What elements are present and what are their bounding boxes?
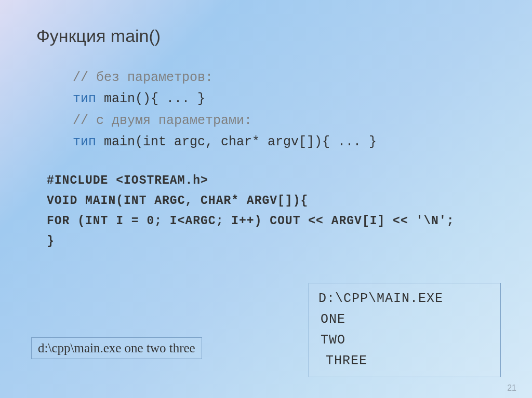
output-line-3: TWO bbox=[318, 330, 491, 351]
include-line-b: h bbox=[193, 174, 201, 187]
syntax-block: // без параметров: тип main(){ ... } // … bbox=[73, 67, 496, 153]
slide: Функция main() // без параметров: тип ma… bbox=[0, 0, 532, 398]
for-loop-line: FOR (INT I = 0; I<ARGC; I++) COUT << ARG… bbox=[47, 211, 496, 231]
closing-brace: } bbox=[47, 231, 496, 252]
output-line-1: D:\CPP\MAIN.EXE bbox=[318, 289, 491, 309]
example-code: #INCLUDE <IOSTREAM.h> VOID MAIN(INT ARGC… bbox=[47, 171, 496, 252]
keyword-type-2: тип bbox=[73, 134, 96, 149]
main-decl-line: VOID MAIN(INT ARGC, CHAR* ARGV[]){ bbox=[47, 191, 496, 211]
page-title: Функция main() bbox=[36, 26, 496, 46]
output-line-2: ONE bbox=[318, 309, 491, 330]
page-number: 21 bbox=[507, 383, 516, 393]
comment-noparams: // без параметров: bbox=[73, 70, 213, 85]
keyword-type-1: тип bbox=[73, 91, 96, 106]
comment-twoparams: // с двумя параметрами: bbox=[73, 113, 252, 128]
input-box: d:\cpp\main.exe one two three bbox=[31, 337, 202, 359]
include-line-c: > bbox=[201, 174, 208, 187]
include-line-a: #INCLUDE <IOSTREAM. bbox=[47, 174, 193, 187]
sig-twoparams: main(int argc, char* argv[]){ ... } bbox=[96, 134, 377, 149]
sig-noparams: main(){ ... } bbox=[96, 91, 205, 106]
output-box: D:\CPP\MAIN.EXE ONE TWO THREE bbox=[309, 283, 501, 377]
output-line-4: THREE bbox=[318, 351, 491, 372]
